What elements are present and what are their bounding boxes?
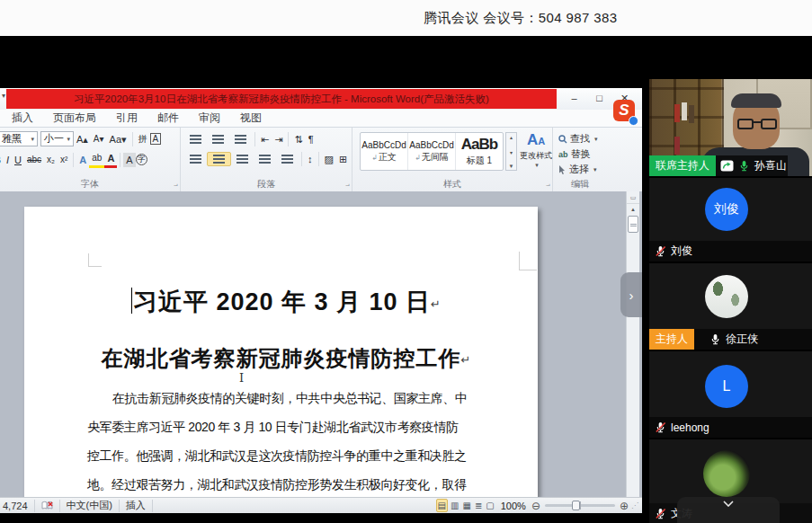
vertical-scrollbar[interactable]: ▭ ▲ [626, 191, 639, 497]
meeting-title: 腾讯会议 会议号：504 987 383 [424, 10, 618, 27]
character-border-icon[interactable]: A [150, 133, 162, 145]
zoom-level[interactable]: 100% [501, 501, 526, 511]
grow-font-icon[interactable]: A▴ [74, 132, 91, 146]
phonetic-guide-icon[interactable]: 拼 [136, 132, 150, 146]
decrease-indent-icon[interactable]: ⇤ [258, 132, 272, 146]
tab-insert[interactable]: 插入 [2, 110, 43, 127]
sidebar-expand-handle[interactable]: › [620, 272, 642, 317]
style-heading1[interactable]: AaBb 标题 1 [456, 133, 503, 170]
body-line: 央军委主席习近平 2020 年 3 月 10 日专门赴湖北省武汉市考察疫情防 [87, 412, 460, 441]
avatar: 刘俊 [705, 188, 748, 231]
bullets-icon[interactable] [184, 133, 207, 146]
line-spacing-icon[interactable]: ↕ [305, 152, 316, 166]
editing-group: 查找 ▾ ab 替换 选择 ▾ 编辑 [553, 128, 607, 191]
participant-name: leehong [671, 421, 709, 434]
font-size-combo[interactable]: 小一 ▾ [40, 131, 74, 146]
participant-tile[interactable]: 主持人 徐正侠 [649, 263, 812, 350]
draft-view-button[interactable]: ▢ [485, 500, 495, 511]
ruler-toggle-icon[interactable]: ▭ [627, 191, 639, 204]
insert-mode-status[interactable]: 插入 [120, 500, 153, 512]
view-buttons: ▤ ▥ ▦ ≣ ▢ [436, 499, 495, 512]
font-color-icon[interactable]: A [104, 151, 117, 168]
participant-tile[interactable]: 刘俊 刘俊 [649, 178, 812, 262]
tab-review[interactable]: 审阅 [189, 110, 230, 127]
tab-page-layout[interactable]: 页面布局 [43, 110, 106, 127]
shading-icon[interactable]: ▨ [322, 152, 336, 166]
zoom-in-icon[interactable]: ⊕ [620, 500, 629, 512]
replace-button[interactable]: ab 替换 [558, 147, 591, 161]
strikethrough-icon[interactable]: abc [24, 153, 44, 167]
scroll-up-icon[interactable]: ▲ [627, 204, 639, 215]
outline-view-button[interactable]: ≣ [474, 500, 483, 511]
align-center-icon[interactable] [207, 152, 231, 166]
zoom-slider-thumb[interactable] [572, 501, 580, 510]
distribute-icon[interactable] [276, 153, 299, 165]
tab-view[interactable]: 视图 [230, 110, 272, 127]
collapse-videos-button[interactable] [677, 497, 780, 523]
find-button[interactable]: 查找 ▾ [558, 132, 598, 146]
scrollbar-thumb[interactable] [628, 216, 638, 233]
style-normal[interactable]: AaBbCcDd ↲正文 [361, 133, 408, 170]
participant-tile-video[interactable]: 联席主持人 孙喜山 [649, 79, 812, 176]
gallery-more-icon[interactable]: ▼ [509, 164, 514, 169]
cohost-badge: 联席主持人 [649, 155, 716, 176]
shrink-font-icon[interactable]: A▾ [91, 132, 107, 146]
fullscreen-view-button[interactable]: ▥ [450, 500, 460, 511]
zoom-slider[interactable] [545, 504, 615, 507]
document-area[interactable]: 习近平 2020 年 3 月 10 日↵ 在湖北省考察新冠肺炎疫情防控工作↵ 在… [0, 191, 642, 497]
dialog-launcher-icon[interactable]: ⌐ [345, 182, 350, 190]
sort-icon[interactable]: ⇅ [291, 132, 305, 146]
quick-access-icon[interactable]: ▾ [2, 92, 5, 100]
select-button[interactable]: 选择 ▾ [558, 163, 597, 176]
document-page[interactable]: 习近平 2020 年 3 月 10 日↵ 在湖北省考察新冠肺炎疫情防控工作↵ 在… [24, 207, 538, 497]
titlebar-alert-strip: 习近平2020年3月10日在湖北省考察新冠肺炎疫情防控工作 - Microsof… [6, 89, 557, 109]
zoom-out-icon[interactable]: ⊖ [531, 500, 540, 512]
maximize-button[interactable]: □ [593, 91, 606, 105]
participant-tile[interactable]: 文涛 [649, 439, 812, 523]
tab-mailings[interactable]: 邮件 [147, 110, 189, 127]
justify-icon[interactable] [254, 153, 276, 165]
text-cursor [131, 288, 132, 314]
multilevel-list-icon[interactable] [229, 133, 252, 146]
change-case-icon[interactable]: Aa▾ [107, 132, 129, 146]
minimize-button[interactable]: – [567, 91, 581, 105]
underline-icon[interactable]: U [12, 153, 24, 167]
styles-gallery-scroll[interactable]: ▴ ▾ ▼ [505, 132, 517, 171]
mic-muted-icon [655, 508, 666, 519]
align-right-icon[interactable] [231, 153, 254, 165]
align-left-icon[interactable] [184, 153, 207, 165]
resize-grip-icon: ⋰ [631, 501, 639, 510]
subscript-icon[interactable]: x₂ [44, 153, 58, 167]
style-no-spacing[interactable]: AaBbCcDd ↲无间隔 [408, 133, 456, 170]
mic-icon [709, 333, 721, 345]
sogou-ime-icon[interactable]: S [613, 100, 635, 121]
change-styles-button[interactable]: AA 更改样式 ▾ [520, 131, 552, 169]
font-name-combo[interactable]: 雅黑 ▾ [0, 131, 38, 146]
highlight-color-icon[interactable]: ab [89, 151, 104, 168]
scroll-up-icon[interactable]: ▴ [510, 134, 513, 140]
dialog-launcher-icon[interactable]: ⌐ [546, 182, 550, 190]
increase-indent-icon[interactable]: ⇥ [272, 132, 285, 146]
superscript-icon[interactable]: x² [58, 153, 70, 167]
participant-tile[interactable]: L leehong [649, 351, 812, 438]
show-marks-icon[interactable]: ¶ [306, 132, 317, 146]
borders-icon[interactable]: ⊞ [336, 152, 350, 166]
word-count[interactable]: 4,724 [0, 500, 35, 512]
word-titlebar[interactable]: ▾ 习近平2020年3月10日在湖北省考察新冠肺炎疫情防控工作 - Micros… [0, 88, 642, 110]
print-layout-view-button[interactable]: ▤ [436, 499, 448, 512]
dialog-launcher-icon[interactable]: ⌐ [174, 182, 178, 190]
participant-name: 刘俊 [671, 244, 692, 259]
participant-name: 徐正侠 [726, 332, 758, 347]
enclose-character-icon[interactable]: 字 [136, 154, 147, 165]
editing-group-label: 编辑 [553, 178, 607, 191]
numbering-icon[interactable] [207, 133, 229, 146]
character-shading-icon[interactable]: A [123, 153, 135, 167]
text-effects-icon[interactable]: A [76, 153, 89, 167]
web-layout-view-button[interactable]: ▦ [461, 500, 471, 511]
spellcheck-status[interactable] [35, 500, 60, 512]
language-status[interactable]: 中文(中国) [60, 500, 120, 512]
scroll-down-icon[interactable]: ▾ [510, 149, 513, 155]
margin-mark-icon [519, 252, 537, 270]
italic-icon[interactable]: I [4, 153, 12, 167]
tab-references[interactable]: 引用 [106, 110, 147, 127]
